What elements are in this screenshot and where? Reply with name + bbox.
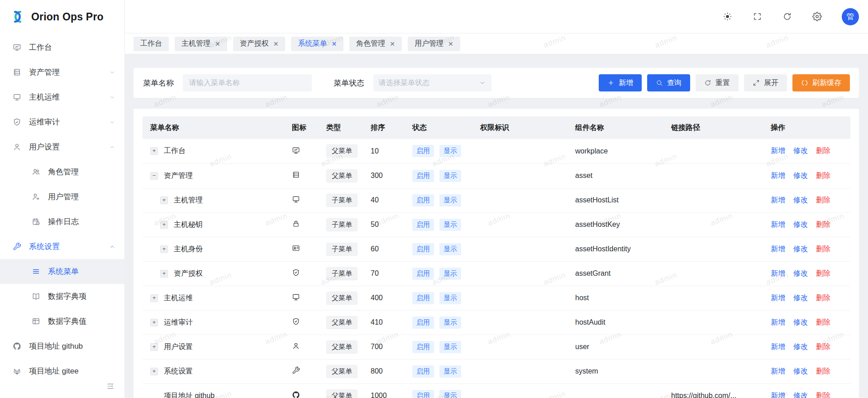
collapse-toggle[interactable]: − xyxy=(150,172,158,180)
reload-button[interactable] xyxy=(782,12,792,22)
refresh-cache-button[interactable]: 刷新缓存 xyxy=(792,74,850,91)
sidebar-item-label: 数据字典值 xyxy=(48,316,115,326)
sidebar-item-dict-values[interactable]: 数据字典值 xyxy=(0,309,124,334)
avatar[interactable]: 管 xyxy=(842,8,859,25)
row-edit-link[interactable]: 修改 xyxy=(793,245,808,253)
row-edit-link[interactable]: 修改 xyxy=(793,367,808,375)
row-add-link[interactable]: 新增 xyxy=(771,245,785,253)
sidebar-item-host-ops[interactable]: 主机运维 xyxy=(0,85,124,110)
tab-host-management[interactable]: 主机管理✕ xyxy=(175,37,227,51)
menu-permission-cell xyxy=(480,237,575,261)
expand-toggle[interactable]: + xyxy=(150,294,158,302)
tab-user-management[interactable]: 用户管理✕ xyxy=(408,37,460,51)
expand-toggle[interactable]: + xyxy=(160,245,168,253)
expand-toggle[interactable]: + xyxy=(160,270,168,278)
tab-close-icon[interactable]: ✕ xyxy=(448,40,453,48)
row-add-link[interactable]: 新增 xyxy=(771,392,785,398)
book-icon xyxy=(32,292,40,301)
tab-close-icon[interactable]: ✕ xyxy=(390,40,395,48)
menu-status-select[interactable]: 请选择菜单状态 xyxy=(373,74,491,91)
tab-close-icon[interactable]: ✕ xyxy=(215,40,220,48)
expand-button[interactable]: 展开 xyxy=(744,74,787,91)
row-edit-link[interactable]: 修改 xyxy=(793,147,808,154)
row-actions-cell: 新增修改删除 xyxy=(771,139,850,163)
sidebar-item-ops-audit[interactable]: 运维审计 xyxy=(0,110,124,134)
row-edit-link[interactable]: 修改 xyxy=(793,269,808,277)
sidebar-item-dict-items[interactable]: 数据字典项 xyxy=(0,284,124,309)
fullscreen-button[interactable] xyxy=(752,12,762,22)
row-add-link[interactable]: 新增 xyxy=(771,196,785,204)
row-delete-link[interactable]: 删除 xyxy=(816,392,830,398)
row-delete-link[interactable]: 删除 xyxy=(816,318,830,326)
expand-toggle[interactable]: + xyxy=(150,319,158,326)
row-delete-link[interactable]: 删除 xyxy=(816,221,830,228)
tree-node: +主机身份 xyxy=(143,245,292,254)
query-button[interactable]: 查询 xyxy=(647,74,690,91)
status-badge: 启用 xyxy=(412,219,434,231)
menu-type-cell: 父菜单 xyxy=(326,310,371,335)
sidebar-item-user-settings[interactable]: 用户设置 xyxy=(0,134,124,159)
tree-node: +用户设置 xyxy=(143,342,292,352)
sidebar-item-project-github[interactable]: 项目地址 github xyxy=(0,334,124,359)
sidebar-item-operation-logs[interactable]: 操作日志 xyxy=(0,209,124,234)
status-badge: 显示 xyxy=(439,219,461,231)
row-edit-link[interactable]: 修改 xyxy=(793,221,808,228)
row-delete-link[interactable]: 删除 xyxy=(816,172,830,179)
row-edit-link[interactable]: 修改 xyxy=(793,294,808,302)
column-header: 类型 xyxy=(326,116,371,139)
row-add-link[interactable]: 新增 xyxy=(771,343,785,350)
row-delete-link[interactable]: 删除 xyxy=(816,269,830,277)
tab-asset-grant[interactable]: 资产授权✕ xyxy=(233,37,286,51)
column-header: 菜单名称 xyxy=(143,116,292,139)
sidebar-item-workbench[interactable]: 工作台 xyxy=(0,35,124,60)
row-add-link[interactable]: 新增 xyxy=(771,367,785,375)
row-add-link[interactable]: 新增 xyxy=(771,318,785,326)
expand-toggle[interactable]: + xyxy=(150,343,158,351)
sidebar-collapse-button[interactable] xyxy=(106,382,114,392)
type-badge: 子菜单 xyxy=(326,243,358,256)
monitor-dash-icon xyxy=(13,43,21,52)
row-delete-link[interactable]: 删除 xyxy=(816,294,830,302)
search-icon xyxy=(656,79,663,86)
sidebar-item-system-menu[interactable]: 系统菜单 xyxy=(0,259,124,284)
row-add-link[interactable]: 新增 xyxy=(771,294,785,302)
column-header: 操作 xyxy=(771,116,850,139)
reset-button[interactable]: 重置 xyxy=(696,74,739,91)
sidebar-item-role-management[interactable]: 角色管理 xyxy=(0,159,124,184)
row-edit-link[interactable]: 修改 xyxy=(793,318,808,326)
row-add-link[interactable]: 新增 xyxy=(771,147,785,154)
tab-system-menu[interactable]: 系统菜单✕ xyxy=(291,37,343,51)
tab-role-management[interactable]: 角色管理✕ xyxy=(349,37,402,51)
sidebar-item-user-management[interactable]: 用户管理 xyxy=(0,184,124,209)
row-delete-link[interactable]: 删除 xyxy=(816,343,830,350)
expand-toggle[interactable]: + xyxy=(150,147,158,155)
row-delete-link[interactable]: 删除 xyxy=(816,147,830,154)
tab-close-icon[interactable]: ✕ xyxy=(331,40,337,48)
tab-workbench[interactable]: 工作台 xyxy=(134,37,169,51)
expand-toggle[interactable]: + xyxy=(150,368,158,375)
sidebar-item-system-settings[interactable]: 系统设置 xyxy=(0,234,124,259)
menu-name-input[interactable] xyxy=(183,74,312,91)
sidebar-item-project-gitee[interactable]: 项目地址 gitee xyxy=(0,359,124,384)
row-delete-link[interactable]: 删除 xyxy=(816,367,830,375)
expand-toggle[interactable]: + xyxy=(160,197,168,204)
menu-component-cell: assetHostIdentity xyxy=(575,237,671,261)
row-delete-link[interactable]: 删除 xyxy=(816,245,830,253)
row-delete-link[interactable]: 删除 xyxy=(816,196,830,204)
expand-toggle[interactable]: + xyxy=(160,221,168,229)
tab-close-icon[interactable]: ✕ xyxy=(273,40,279,48)
row-add-link[interactable]: 新增 xyxy=(771,221,785,228)
row-add-link[interactable]: 新增 xyxy=(771,269,785,277)
add-button[interactable]: 新增 xyxy=(599,74,642,91)
row-edit-link[interactable]: 修改 xyxy=(793,172,808,179)
row-edit-link[interactable]: 修改 xyxy=(793,343,808,350)
row-edit-link[interactable]: 修改 xyxy=(793,196,808,204)
settings-button[interactable] xyxy=(812,12,822,22)
sidebar-item-asset-management[interactable]: 资产管理 xyxy=(0,60,124,85)
row-edit-link[interactable]: 修改 xyxy=(793,392,808,398)
row-add-link[interactable]: 新增 xyxy=(771,172,785,179)
monitor-icon xyxy=(13,93,21,101)
theme-toggle-button[interactable] xyxy=(722,12,732,22)
menu-sort-cell: 10 xyxy=(371,139,412,163)
sidebar-item-label: 项目地址 github xyxy=(29,341,115,351)
